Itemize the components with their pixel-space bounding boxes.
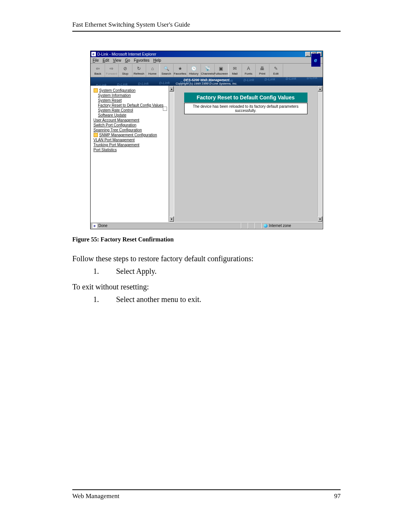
edit-icon: ✎ — [273, 66, 279, 72]
tree-factory-reset[interactable]: Factory Reset to Default Config Values — [92, 103, 167, 108]
refresh-button[interactable]: ↻Refresh — [132, 64, 146, 77]
ie-logo-icon: e — [92, 224, 97, 228]
main-scrollbar[interactable]: ▴ ▾ — [317, 86, 323, 222]
globe-icon — [264, 224, 268, 228]
menu-edit[interactable]: Edit — [103, 58, 109, 62]
tree-user-account[interactable]: User Account Management — [92, 118, 167, 123]
nav-tree: System Configuration System Information … — [91, 86, 169, 222]
nav-scrollbar[interactable]: ▴ ▾ — [169, 86, 174, 222]
menubar: File Edit View Go Favorites Help e — [91, 57, 323, 64]
tree-system-reset[interactable]: System Reset — [92, 98, 167, 103]
main-pane: Factory Reset to Default Config Values T… — [174, 86, 317, 222]
back-button[interactable]: ⇦Back — [91, 64, 105, 77]
status-text: e Done — [91, 223, 241, 229]
page-icon — [163, 107, 167, 111]
ie-window: e D-Link - Microsoft Internet Explorer _… — [90, 51, 323, 229]
search-button[interactable]: 🔍Search — [160, 64, 174, 77]
stop-button[interactable]: ⊘Stop — [119, 64, 132, 77]
scroll-track[interactable] — [169, 91, 174, 216]
channels-icon: 📡 — [204, 66, 210, 72]
statusbar: e Done Internet zone — [91, 222, 323, 229]
document-page: Fast Ethernet Switching System User's Gu… — [72, 21, 341, 310]
folder-icon — [94, 133, 98, 137]
status-segment — [255, 223, 262, 229]
menu-file[interactable]: File — [93, 58, 99, 62]
fonts-icon: A — [245, 66, 252, 72]
scroll-track[interactable] — [318, 91, 322, 216]
paragraph: To exit without resetting: — [72, 282, 341, 292]
home-icon: ⌂ — [150, 66, 156, 72]
list-number: 1. — [93, 266, 116, 276]
search-icon: 🔍 — [163, 66, 169, 72]
forward-button[interactable]: ⇨Forward — [105, 64, 119, 77]
ie-brand-icon: e — [311, 54, 320, 67]
menu-favorites[interactable]: Favorites — [134, 58, 150, 62]
list-item: 1. Select another menu to exit. — [93, 294, 341, 305]
tree-trunking[interactable]: Trunking Port Management — [92, 142, 167, 147]
list-number: 1. — [93, 294, 116, 305]
content-area: System Configuration System Information … — [91, 86, 323, 222]
tree-snmp[interactable]: SNMP Management Configuration — [92, 133, 167, 137]
list-text: Select another menu to exit. — [116, 294, 201, 305]
channels-button[interactable]: 📡Channels — [201, 64, 215, 77]
back-icon: ⇦ — [95, 66, 101, 72]
panel-message: The device has been reloaded to its fact… — [184, 103, 307, 114]
paragraph: Follow these steps to restore factory de… — [72, 254, 341, 264]
status-segment — [248, 223, 255, 229]
edit-button[interactable]: ✎Edit — [269, 64, 283, 77]
page-footer: Web Management 97 — [72, 489, 341, 500]
tree-switch-port[interactable]: Switch Port Configuration — [92, 123, 167, 128]
fullscreen-icon: ▣ — [218, 66, 224, 72]
tree-port-statistics[interactable]: Port Statistics — [92, 147, 167, 152]
home-button[interactable]: ⌂Home — [146, 64, 160, 77]
minimize-button[interactable]: _ — [305, 52, 311, 57]
tree-rate-control[interactable]: System Rate Control — [92, 108, 167, 113]
tree-software-update[interactable]: Software Update — [92, 113, 167, 118]
folder-icon — [94, 88, 98, 93]
history-button[interactable]: 🕓History — [187, 64, 201, 77]
product-banner: D-LinkD-LinkD-LinkD-LinkD-LinkD-LinkD-Li… — [91, 77, 323, 86]
list-item: 1. Select Apply. — [93, 266, 341, 276]
toolbar: ⇦Back ⇨Forward ⊘Stop ↻Refresh ⌂Home 🔍Sea… — [91, 64, 323, 77]
ie-logo-icon: e — [91, 52, 96, 56]
scroll-up-button[interactable]: ▴ — [169, 86, 174, 91]
scroll-up-button[interactable]: ▴ — [318, 86, 322, 91]
tree-vlan[interactable]: VLAN Port Management — [92, 137, 167, 142]
mail-icon: ✉ — [232, 66, 238, 72]
panel-header: Factory Reset to Default Config Values — [184, 93, 307, 102]
history-icon: 🕓 — [191, 66, 197, 72]
window-title: D-Link - Microsoft Internet Explorer — [97, 52, 156, 56]
menu-go[interactable]: Go — [125, 58, 130, 62]
status-zone: Internet zone — [262, 223, 323, 229]
banner-copyright: Copyright (c) 1995-1999 D-Link Systems, … — [176, 82, 237, 85]
scroll-down-button[interactable]: ▾ — [169, 216, 174, 222]
list-text: Select Apply. — [116, 266, 156, 276]
tree-spanning-tree[interactable]: Spanning Tree Configuration — [92, 128, 167, 133]
fullscreen-button[interactable]: ▣Fullscreen — [215, 64, 228, 77]
forward-icon: ⇨ — [108, 66, 115, 72]
favorites-button[interactable]: ★Favorites — [174, 64, 187, 77]
mail-button[interactable]: ✉Mail — [228, 64, 242, 77]
fonts-button[interactable]: AFonts — [242, 64, 256, 77]
figure-caption: Figure 55: Factory Reset Confirmation — [72, 236, 341, 243]
running-header: Fast Ethernet Switching System User's Gu… — [72, 21, 341, 32]
scroll-down-button[interactable]: ▾ — [318, 216, 322, 222]
print-button[interactable]: 🖶Print — [256, 64, 269, 77]
print-icon: 🖶 — [259, 66, 265, 72]
tree-system-configuration[interactable]: System Configuration — [92, 88, 167, 93]
tree-system-information[interactable]: System Information — [92, 93, 167, 98]
footer-section: Web Management — [72, 492, 119, 500]
favorites-icon: ★ — [177, 66, 183, 72]
menu-help[interactable]: Help — [153, 58, 161, 62]
banner-title: DES-5200 Web Management — [183, 78, 229, 82]
refresh-icon: ↻ — [136, 66, 142, 72]
footer-rule — [72, 489, 341, 490]
page-number: 97 — [334, 492, 341, 500]
status-segment — [241, 223, 248, 229]
titlebar: e D-Link - Microsoft Internet Explorer _… — [91, 51, 323, 57]
menu-view[interactable]: View — [113, 58, 121, 62]
stop-icon: ⊘ — [122, 66, 128, 72]
